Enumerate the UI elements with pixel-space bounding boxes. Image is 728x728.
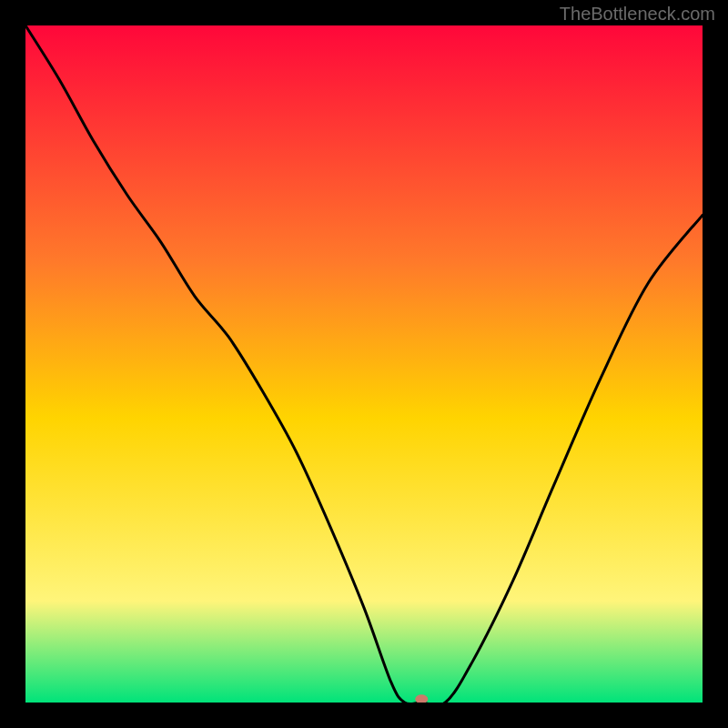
gradient-background (25, 25, 703, 703)
bottleneck-chart (25, 25, 703, 703)
watermark-text: TheBottleneck.com (560, 4, 715, 25)
chart-frame (25, 25, 703, 703)
